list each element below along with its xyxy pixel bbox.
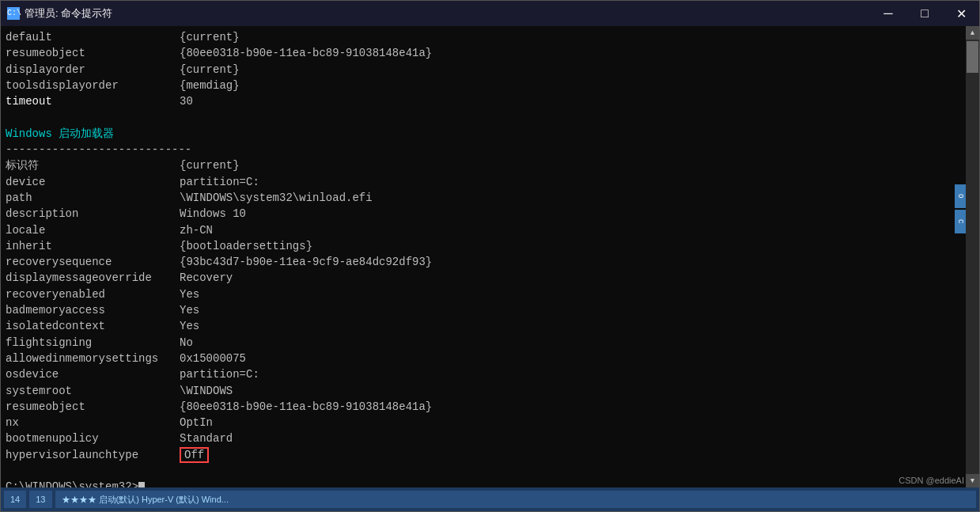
line-key: ---------------------------- (6, 142, 191, 157)
terminal-line: toolsdisplayorder{memdiag} (6, 78, 961, 93)
terminal-line: nxOptIn (6, 415, 961, 430)
terminal-line: ---------------------------- (6, 142, 961, 157)
line-value: Standard (180, 432, 233, 445)
terminal: default{current}resumeobject{80ee0318-b9… (1, 26, 979, 487)
line-key: allowedinmemorysettings (6, 351, 180, 366)
terminal-line: isolatedcontextYes (6, 318, 961, 334)
line-value: partition=C: (180, 176, 259, 188)
maximize-button[interactable]: □ (906, 1, 943, 26)
terminal-line: systemroot\WINDOWS (6, 383, 961, 399)
line-value: \WINDOWS\system32\winload.efi (180, 192, 373, 204)
line-key: 标识符 (6, 157, 180, 173)
line-value: Yes (180, 304, 199, 317)
right-edge-tabs: O C (955, 184, 966, 233)
terminal-line (6, 109, 961, 125)
line-key: description (6, 206, 180, 222)
minimize-button[interactable]: ─ (870, 1, 906, 26)
terminal-line: timeout30 (6, 93, 961, 109)
line-key: displaymessageoverride (6, 270, 180, 286)
line-value: OptIn (180, 416, 213, 429)
scroll-thumb[interactable] (967, 41, 978, 73)
line-key: isolatedcontext (6, 318, 180, 334)
line-key: recoverysequence (6, 254, 180, 270)
terminal-line: displaymessageoverrideRecovery (6, 270, 961, 286)
terminal-line: Windows 启动加载器 (6, 126, 961, 142)
terminal-line: devicepartition=C: (6, 174, 961, 190)
line-key: recoveryenabled (6, 286, 180, 302)
terminal-line: C:\WINDOWS\system32> (6, 479, 961, 487)
line-key: badmemoryaccess (6, 302, 180, 318)
line-key: timeout (6, 93, 180, 109)
terminal-line: default{current} (6, 29, 961, 45)
titlebar: C:\ 管理员: 命令提示符 ─ □ ✕ (1, 1, 979, 26)
taskbar-item-2[interactable]: 13 (29, 491, 51, 508)
line-key: inherit (6, 238, 180, 254)
terminal-line: resumeobject{80ee0318-b90e-11ea-bc89-910… (6, 399, 961, 415)
line-value: No (180, 336, 193, 349)
line-key: resumeobject (6, 45, 180, 61)
line-value: partition=C: (180, 368, 259, 381)
terminal-line: badmemoryaccessYes (6, 302, 961, 318)
taskbar: 14 13 ★★★★ 启动(默认) Hyper-V (默认) Wind... (1, 487, 979, 511)
line-key: displayorder (6, 62, 180, 78)
edge-tab-o[interactable]: O (955, 184, 966, 208)
taskbar-item-1[interactable]: 14 (4, 491, 26, 508)
window-controls: ─ □ ✕ (870, 1, 979, 26)
line-value: 0x15000075 (180, 352, 246, 365)
terminal-line: bootmenupolicyStandard (6, 430, 961, 446)
line-value: {current} (180, 63, 240, 76)
window: C:\ 管理员: 命令提示符 ─ □ ✕ default{current}res… (0, 0, 980, 512)
line-value: {current} (180, 31, 240, 44)
line-value: Yes (180, 320, 199, 332)
line-value: {memdiag} (180, 79, 240, 92)
terminal-line: resumeobject{80ee0318-b90e-11ea-bc89-910… (6, 45, 961, 61)
line-key: osdevice (6, 366, 180, 382)
scrollbar[interactable]: ▲ ▼ (966, 26, 979, 487)
terminal-line (6, 463, 961, 479)
line-value: {current} (180, 159, 240, 172)
terminal-line: hypervisorlaunchtypeOff (6, 447, 961, 463)
terminal-line: osdevicepartition=C: (6, 366, 961, 382)
terminal-line: descriptionWindows 10 (6, 206, 961, 222)
line-key: systemroot (6, 383, 180, 399)
line-value: 30 (180, 95, 193, 108)
terminal-icon: C:\ (7, 7, 20, 20)
line-value: zh-CN (180, 224, 213, 237)
taskbar-item-3[interactable]: ★★★★ 启动(默认) Hyper-V (默认) Wind... (55, 491, 977, 508)
terminal-line: localezh-CN (6, 222, 961, 238)
line-value: \WINDOWS (180, 385, 233, 397)
scroll-up-arrow[interactable]: ▲ (966, 26, 979, 40)
watermark: CSDN @eddieAI (899, 476, 964, 485)
close-button[interactable]: ✕ (943, 1, 979, 26)
highlighted-value: Off (180, 447, 209, 463)
line-value: Recovery (180, 271, 233, 284)
terminal-line: recoveryenabledYes (6, 286, 961, 302)
scroll-down-arrow[interactable]: ▼ (966, 474, 979, 487)
terminal-line: flightsigningNo (6, 335, 961, 351)
terminal-line: path\WINDOWS\system32\winload.efi (6, 190, 961, 206)
line-value: Yes (180, 288, 199, 301)
line-key: flightsigning (6, 335, 180, 351)
line-key: bootmenupolicy (6, 430, 180, 446)
line-key: device (6, 174, 180, 190)
line-value: {bootloadersettings} (180, 240, 312, 252)
line-key: nx (6, 415, 180, 430)
line-key: resumeobject (6, 399, 180, 415)
terminal-content[interactable]: default{current}resumeobject{80ee0318-b9… (1, 26, 966, 487)
line-key: toolsdisplayorder (6, 78, 180, 93)
line-key: locale (6, 222, 180, 238)
terminal-line: 标识符{current} (6, 157, 961, 173)
line-value: {80ee0318-b90e-11ea-bc89-91038148e41a} (180, 400, 432, 413)
terminal-line: inherit{bootloadersettings} (6, 238, 961, 254)
line-key: default (6, 29, 180, 45)
terminal-line: recoverysequence{93bc43d7-b90e-11ea-9cf9… (6, 254, 961, 270)
line-value: Windows 10 (180, 207, 246, 220)
terminal-line: allowedinmemorysettings0x15000075 (6, 351, 961, 366)
line-value: {80ee0318-b90e-11ea-bc89-91038148e41a} (180, 47, 432, 59)
edge-tab-c[interactable]: C (955, 210, 966, 233)
line-value: {93bc43d7-b90e-11ea-9cf9-ae84dc92df93} (180, 256, 432, 268)
line-key: path (6, 190, 180, 206)
window-title: 管理员: 命令提示符 (25, 6, 973, 21)
terminal-line: displayorder{current} (6, 62, 961, 78)
